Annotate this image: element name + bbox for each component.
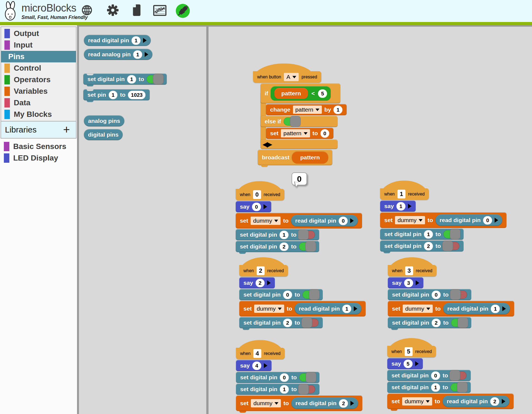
read-digital-pin-reporter[interactable]: read digital pin 1 (443, 303, 510, 314)
pin-number-input[interactable]: 1 (491, 305, 500, 313)
language-button[interactable] (81, 5, 92, 16)
expand-arrow-icon[interactable] (415, 361, 419, 366)
boolean-toggle[interactable] (303, 319, 319, 327)
pin-number-input[interactable]: 1 (131, 36, 141, 45)
expand-arrow-icon[interactable] (264, 363, 267, 368)
receiver-stack-3[interactable]: when 3 received say 3 set digital pin 0 … (388, 257, 514, 329)
variable-dropdown[interactable]: dummy (251, 399, 281, 407)
comparison-value-input[interactable]: 5 (318, 89, 327, 98)
boolean-toggle[interactable] (303, 291, 319, 299)
expand-arrow-icon[interactable] (495, 218, 498, 223)
pin-number-input[interactable]: 0 (483, 216, 492, 225)
say-block[interactable]: say 0 (236, 201, 271, 212)
pin-number-input[interactable]: 0 (431, 371, 440, 380)
set-digital-pin-block[interactable]: set digital pin 1 to (236, 229, 319, 240)
pin-number-input[interactable]: 1 (109, 91, 118, 99)
pin-number-input[interactable]: 1 (431, 383, 440, 392)
settings-button[interactable] (107, 4, 119, 17)
set-variable-block[interactable]: set dummy to read digital pin 2 (236, 396, 362, 411)
variable-dropdown[interactable]: dummy (395, 216, 425, 224)
pin-number-input[interactable]: 2 (424, 242, 433, 250)
variable-pattern-reporter[interactable]: pattern (292, 151, 328, 164)
boolean-toggle[interactable] (451, 319, 467, 327)
set-digital-pin-block[interactable]: set digital pin 0 to (387, 370, 471, 381)
pin-number-input[interactable]: 1 (424, 230, 433, 239)
read-digital-pin-reporter[interactable]: read digital pin 0 (435, 214, 502, 226)
say-value-input[interactable]: 5 (404, 360, 413, 368)
category-operators[interactable]: Operators (1, 74, 76, 85)
category-control[interactable]: Control (1, 62, 76, 74)
category-data[interactable]: Data (1, 97, 76, 109)
expand-arrow-icon[interactable] (408, 204, 412, 209)
receiver-stack-2[interactable]: when 2 received say 2 set digital pin 0 … (239, 257, 366, 329)
say-value-input[interactable]: 0 (252, 203, 261, 211)
boolean-toggle[interactable] (299, 373, 315, 382)
boolean-toggle[interactable] (451, 291, 467, 299)
set-digital-pin-block[interactable]: set digital pin 1 to (236, 384, 319, 395)
category-my-blocks[interactable]: My Blocks (1, 109, 76, 120)
expand-arrow-icon[interactable] (350, 218, 354, 223)
pin-number-input[interactable]: 1 (279, 231, 289, 239)
boolean-toggle[interactable] (443, 230, 459, 238)
read-digital-pin-reporter[interactable]: read digital pin 0 (291, 215, 358, 227)
boolean-toggle[interactable] (147, 75, 163, 83)
library-led-display[interactable]: LED Display (1, 152, 76, 164)
set-variable-block[interactable]: set pattern to 0 (266, 128, 333, 139)
category-input[interactable]: Input (1, 39, 76, 51)
message-input[interactable]: 4 (253, 349, 261, 358)
category-output[interactable]: Output (1, 28, 76, 39)
digital-pins-block[interactable]: digital pins (84, 129, 123, 140)
when-received-hat[interactable]: when 5 received (387, 338, 436, 357)
pin-number-input[interactable]: 1 (133, 50, 142, 59)
expand-arrow-icon[interactable] (145, 52, 148, 57)
say-value-input[interactable]: 3 (404, 279, 413, 287)
variable-dropdown[interactable]: pattern (281, 129, 310, 137)
broadcast-block[interactable]: broadcast pattern (258, 150, 332, 165)
set-digital-pin-block[interactable]: set digital pin 2 to (388, 317, 471, 328)
say-block[interactable]: say 1 (380, 201, 416, 212)
pin-number-input[interactable]: 1 (342, 305, 351, 313)
set-digital-pin-block[interactable]: set digital pin 1 to (380, 229, 464, 240)
variable-dropdown[interactable]: dummy (402, 397, 432, 405)
variable-dropdown[interactable]: dummy (251, 217, 281, 225)
boolean-toggle[interactable] (284, 117, 300, 126)
when-received-hat[interactable]: when 2 received (239, 257, 288, 277)
say-value-input[interactable]: 1 (396, 202, 405, 211)
if-else-block[interactable]: if pattern < 5 change pattern by 1 else … (260, 84, 347, 149)
expand-arrow-icon[interactable] (502, 306, 506, 311)
collapse-arrows-icon[interactable]: ◀▶ (263, 140, 271, 148)
pin-number-input[interactable]: 2 (490, 397, 499, 406)
when-received-hat[interactable]: when 1 received (380, 181, 429, 200)
say-block[interactable]: say 2 (239, 277, 275, 288)
set-digital-pin-block[interactable]: set digital pin 0 to (388, 289, 471, 300)
less-than-operator[interactable]: pattern < 5 (271, 86, 331, 101)
variable-pattern-reporter[interactable]: pattern (274, 88, 308, 99)
set-digital-pin-block[interactable]: set digital pin 2 to (236, 241, 319, 252)
set-variable-block[interactable]: set dummy to read digital pin 1 (239, 301, 366, 316)
set-digital-pin-block[interactable]: set digital pin 2 to (380, 241, 464, 252)
if-row[interactable]: if pattern < 5 (260, 84, 340, 103)
category-variables[interactable]: Variables (1, 85, 76, 97)
message-input[interactable]: 2 (257, 266, 264, 275)
when-received-hat[interactable]: when 4 received (236, 340, 285, 359)
pin-number-input[interactable]: 2 (279, 242, 289, 251)
increment-value-input[interactable]: 1 (333, 106, 342, 114)
say-value-input[interactable]: 2 (256, 279, 265, 287)
category-pins[interactable]: Pins (1, 51, 76, 62)
set-value-input[interactable]: 0 (320, 129, 330, 138)
pin-value-input[interactable]: 1023 (128, 91, 146, 99)
set-digital-pin-block[interactable]: set digital pin 1 to (83, 74, 167, 85)
say-value-input[interactable]: 4 (252, 361, 261, 370)
receiver-stack-0[interactable]: when 0 received say 0 set dummy to read … (236, 181, 362, 253)
read-digital-pin-reporter[interactable]: read digital pin 1 (295, 303, 361, 314)
message-input[interactable]: 1 (397, 190, 405, 198)
boolean-toggle[interactable] (299, 242, 315, 251)
read-digital-pin-block[interactable]: read digital pin 1 (84, 35, 151, 46)
variable-dropdown[interactable]: pattern (293, 106, 322, 114)
expand-arrow-icon[interactable] (416, 280, 419, 285)
boolean-toggle[interactable] (443, 242, 459, 250)
expand-arrow-icon[interactable] (267, 280, 271, 285)
message-input[interactable]: 0 (253, 190, 261, 199)
set-digital-pin-block[interactable]: set digital pin 1 to (387, 382, 471, 393)
expand-arrow-icon[interactable] (264, 204, 267, 209)
